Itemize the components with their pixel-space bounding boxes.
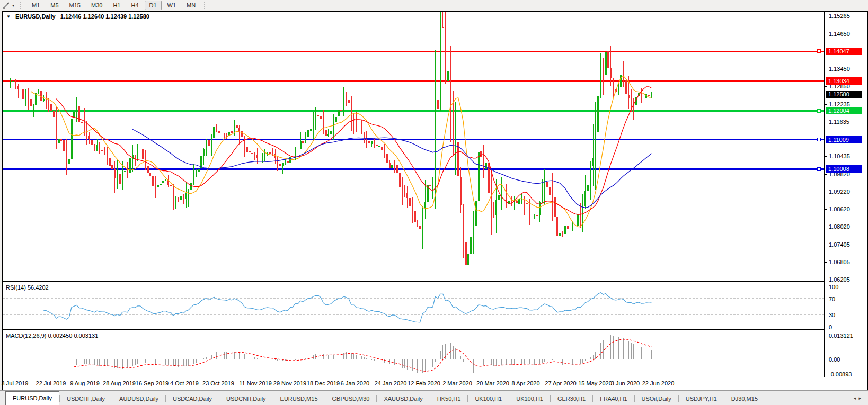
date-axis-label: 20 Mar 2020: [476, 380, 509, 386]
timeframe-button-m15[interactable]: M15: [65, 1, 85, 10]
chart-tabs-bar: EURUSD,DailyUSDCHF,DailyAUDUSD,DailyUSDC…: [0, 390, 868, 405]
macd-chart-canvas: [3, 331, 824, 379]
chart-tab-usdcnh-daily[interactable]: USDCNH,Daily: [219, 393, 273, 405]
date-axis-label: 22 Jun 2020: [642, 380, 675, 386]
timeframe-button-m5[interactable]: M5: [46, 1, 63, 10]
date-axis-label: 4 Oct 2019: [170, 380, 199, 386]
chart-ohlc-values: 1.12446 1.12640 1.12439 1.12580: [60, 13, 149, 20]
timeframe-button-h4[interactable]: H4: [126, 1, 143, 10]
rsi-panel[interactable]: RSI(14) 56.4202: [3, 283, 824, 330]
timeframe-button-d1[interactable]: D1: [145, 1, 162, 10]
macd-scale-label: 0.013121: [829, 332, 853, 339]
chart-tab-dj30-m15[interactable]: DJ30,M15: [724, 393, 765, 405]
hline-price-badge: 1.12004: [826, 107, 862, 114]
chart-tab-ger30-h1[interactable]: GER30,H1: [551, 393, 592, 405]
tab-scroll-nav: ◂▸: [854, 395, 864, 401]
date-axis-label: 18 Dec 2019: [307, 380, 340, 386]
price-tick-label: 1.11635: [829, 119, 849, 125]
date-axis-label: 8 Apr 2020: [511, 380, 539, 386]
timeframe-button-h1[interactable]: H1: [108, 1, 125, 10]
date-axis-label: 15 May 2020: [578, 380, 612, 386]
chart-collapse-icon[interactable]: ▼: [6, 14, 11, 19]
date-axis-label: 3 Jun 2020: [611, 380, 640, 386]
price-tick-label: 1.06205: [829, 276, 850, 283]
price-axis[interactable]: 1.152651.146501.134501.128501.122351.116…: [825, 12, 867, 377]
date-axis-label: 29 Nov 2019: [273, 380, 306, 386]
axis-tick-mark: [825, 280, 827, 280]
price-tick-label: 1.10435: [829, 153, 850, 159]
chart-tab-gbpusd-m30[interactable]: GBPUSD,M30: [325, 393, 377, 405]
price-tick-label: 1.08620: [829, 206, 850, 212]
timeframe-button-m1[interactable]: M1: [27, 1, 45, 10]
chart-symbol-title: EURUSD,Daily: [15, 13, 56, 20]
timeframe-buttons: M1M5M15M30H1H4D1W1MN: [26, 0, 201, 11]
axis-tick-mark: [825, 227, 827, 227]
price-tick-label: 1.15265: [829, 13, 850, 19]
hline-price-badge: 1.14047: [826, 48, 862, 55]
date-axis-label: 27 Apr 2020: [545, 380, 576, 386]
rsi-chart-canvas: [3, 283, 824, 331]
line-tool-button[interactable]: ▾: [0, 0, 16, 11]
price-chart-panel[interactable]: ▼ EURUSD,Daily 1.12446 1.12640 1.12439 1…: [3, 12, 824, 282]
date-axis-label: 24 Jan 2020: [375, 380, 407, 386]
rsi-scale-label: 70: [829, 296, 835, 302]
axis-tick-mark: [825, 34, 827, 34]
chart-title: ▼ EURUSD,Daily 1.12446 1.12640 1.12439 1…: [6, 13, 149, 20]
chart-tab-xauusd-daily[interactable]: XAUUSD,Daily: [377, 393, 429, 405]
timeframe-button-m30[interactable]: M30: [86, 1, 107, 10]
date-axis-label: 9 Aug 2019: [70, 380, 100, 386]
chart-tab-uk100-h1[interactable]: UK100,H1: [509, 393, 550, 405]
chart-tab-usdcad-daily[interactable]: USDCAD,Daily: [166, 393, 219, 405]
chart-tab-fra40-h1[interactable]: FRA40,H1: [593, 393, 634, 405]
axis-tick-mark: [825, 174, 827, 175]
chart-tab-usoil-daily[interactable]: USOil,Daily: [635, 393, 678, 405]
macd-scale-label: -0.00893: [829, 371, 852, 377]
price-chart-canvas[interactable]: [3, 12, 824, 283]
date-axis[interactable]: 3 Jul 201922 Jul 20199 Aug 201928 Aug 20…: [3, 377, 824, 390]
hline-price-badge: 1.10008: [826, 165, 862, 173]
axis-tick-mark: [825, 16, 827, 16]
macd-panel[interactable]: MACD(12,26,9) 0.002450 0.003131: [3, 331, 824, 377]
rsi-scale-label: 0: [829, 324, 832, 330]
date-axis-label: 6 Jan 2020: [341, 380, 369, 386]
date-axis-label: 28 Aug 2019: [103, 380, 136, 386]
timeframe-toolbar: ▾ M1M5M15M30H1H4D1W1MN: [0, 0, 868, 11]
toolbar-grip: [20, 2, 23, 9]
chart-window: ▼ EURUSD,Daily 1.12446 1.12640 1.12439 1…: [2, 11, 868, 390]
current-price-badge: 1.12580: [826, 91, 862, 98]
price-tick-label: 1.14650: [829, 31, 850, 37]
chart-tab-audusd-daily[interactable]: AUDUSD,Daily: [112, 393, 165, 405]
chart-tab-uk100-h1[interactable]: UK100,H1: [468, 393, 509, 405]
chart-tab-eurusd-m15[interactable]: EURUSD,M15: [273, 393, 325, 405]
axis-tick-mark: [825, 86, 827, 87]
chart-tab-usdchf-daily[interactable]: USDCHF,Daily: [60, 393, 112, 405]
axis-tick-mark: [825, 104, 827, 105]
price-tick-label: 1.07405: [829, 241, 850, 248]
price-tick-label: 1.13450: [829, 66, 850, 72]
dropdown-caret-icon[interactable]: ▾: [12, 3, 14, 8]
rsi-scale-label: 30: [829, 312, 835, 318]
date-axis-label: 16 Sep 2019: [136, 380, 169, 386]
date-axis-label: 23 Oct 2019: [202, 380, 234, 386]
line-tool-icon: [2, 1, 11, 10]
toolbar-grip-2: [204, 2, 207, 9]
hline-price-badge: 1.13034: [826, 77, 862, 85]
date-axis-label: 12 Feb 2020: [408, 380, 440, 386]
axis-tick-mark: [825, 245, 827, 245]
hline-price-badge: 1.11009: [826, 136, 862, 143]
rsi-scale-label: 100: [829, 284, 838, 290]
timeframe-button-mn[interactable]: MN: [182, 1, 200, 10]
axis-tick-mark: [825, 156, 827, 157]
chart-tab-hk50-h1[interactable]: HK50,H1: [430, 393, 468, 405]
price-tick-label: 1.09220: [829, 188, 850, 195]
price-tick-label: 1.08020: [829, 223, 850, 230]
chart-tab-usdjpy-h1[interactable]: USDJPY,H1: [679, 393, 724, 405]
macd-indicator-label: MACD(12,26,9) 0.002450 0.003131: [6, 332, 98, 339]
timeframe-button-w1[interactable]: W1: [163, 1, 181, 10]
axis-tick-mark: [825, 122, 827, 122]
date-axis-label: 22 Jul 2019: [36, 380, 66, 386]
chart-tab-eurusd-daily[interactable]: EURUSD,Daily: [5, 391, 59, 405]
axis-tick-mark: [825, 262, 827, 263]
axis-tick-mark: [825, 192, 827, 192]
tab-scroll-right-icon[interactable]: ▸: [858, 395, 864, 401]
